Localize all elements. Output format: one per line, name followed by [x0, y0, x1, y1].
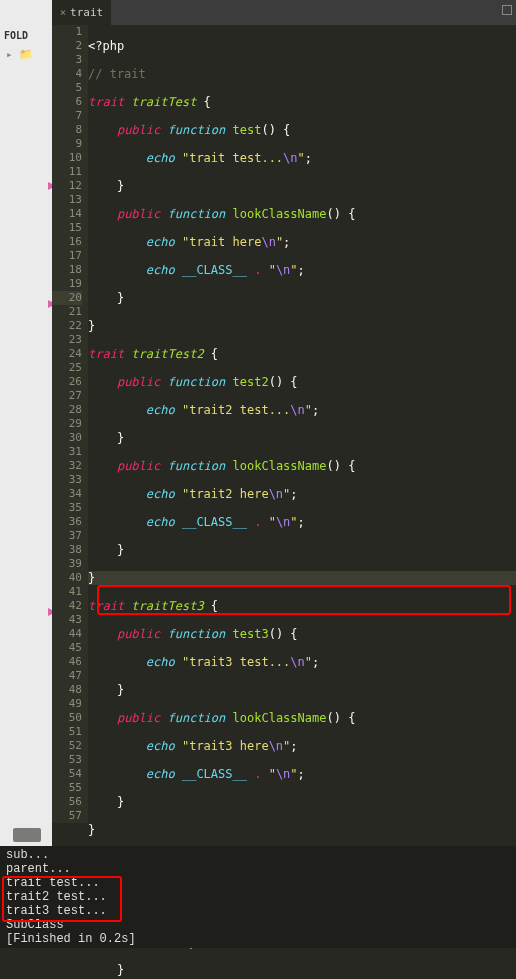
output-line: parent...	[6, 862, 510, 876]
line-number: 51	[52, 725, 82, 739]
line-number: 13	[52, 193, 82, 207]
line-number: 4	[52, 67, 82, 81]
output-line: trait2 test...	[6, 890, 510, 904]
line-number: 34	[52, 487, 82, 501]
line-number: 53	[52, 753, 82, 767]
line-number: 23	[52, 333, 82, 347]
line-number: 11	[52, 165, 82, 179]
line-number: 41	[52, 585, 82, 599]
line-number: 14	[52, 207, 82, 221]
line-number: 37	[52, 529, 82, 543]
line-number: 40	[52, 571, 82, 585]
line-number: 44	[52, 627, 82, 641]
line-number: 1	[52, 25, 82, 39]
folder-icon[interactable]: ▸ 📁	[0, 46, 52, 63]
folder-col-top	[0, 0, 52, 25]
output-line: trait3 test...	[6, 904, 510, 918]
sidebar-heading: FOLD	[0, 25, 52, 46]
tab-bar: ×trait	[52, 0, 516, 25]
output-line: trait test...	[6, 876, 510, 890]
scrollbar-thumb[interactable]	[13, 828, 41, 842]
line-number: 25	[52, 361, 82, 375]
output-panel: sub... parent... trait test... trait2 te…	[0, 846, 516, 948]
line-number: 42	[52, 599, 82, 613]
line-number: 27	[52, 389, 82, 403]
line-number: 52	[52, 739, 82, 753]
line-number: 35	[52, 501, 82, 515]
line-number: 15	[52, 221, 82, 235]
line-number: 45	[52, 641, 82, 655]
line-number: 32	[52, 459, 82, 473]
line-number: 20	[52, 291, 82, 305]
line-number: 43	[52, 613, 82, 627]
tab-label: trait	[70, 6, 103, 19]
line-number: 17	[52, 249, 82, 263]
line-number: 3	[52, 53, 82, 67]
line-number: 21	[52, 305, 82, 319]
line-number: 29	[52, 417, 82, 431]
line-number: 56	[52, 795, 82, 809]
line-number: 10	[52, 151, 82, 165]
line-number: 7	[52, 109, 82, 123]
line-number: 30	[52, 431, 82, 445]
close-icon[interactable]: ×	[60, 7, 66, 18]
line-number: 55	[52, 781, 82, 795]
line-gutter: 1 2 3 4 5 6 7 8 9 10 11 12 13 14 15 16 1…	[52, 25, 88, 823]
line-number: 46	[52, 655, 82, 669]
window-control-icon[interactable]	[502, 5, 512, 15]
line-number: 16	[52, 235, 82, 249]
line-number: 28	[52, 403, 82, 417]
line-number: 18	[52, 263, 82, 277]
line-number: 6	[52, 95, 82, 109]
line-number: 36	[52, 515, 82, 529]
line-number: 24	[52, 347, 82, 361]
sidebar: FOLD ▸ 📁	[0, 25, 52, 846]
line-number: 5	[52, 81, 82, 95]
line-number: 12	[52, 179, 82, 193]
line-number: 22	[52, 319, 82, 333]
line-number: 47	[52, 669, 82, 683]
line-number: 39	[52, 557, 82, 571]
line-number: 8	[52, 123, 82, 137]
line-number: 48	[52, 683, 82, 697]
output-line: [Finished in 0.2s]	[6, 932, 510, 946]
line-number: 57	[52, 809, 82, 823]
line-number: 49	[52, 697, 82, 711]
line-number: 26	[52, 375, 82, 389]
line-number: 31	[52, 445, 82, 459]
output-line: SubClass	[6, 918, 510, 932]
line-number: 38	[52, 543, 82, 557]
line-number: 54	[52, 767, 82, 781]
code-editor[interactable]: <?php // trait trait traitTest { public …	[88, 25, 516, 979]
line-number: 2	[52, 39, 82, 53]
line-number: 33	[52, 473, 82, 487]
tab-trait[interactable]: ×trait	[52, 0, 111, 25]
line-number: 9	[52, 137, 82, 151]
output-line: sub...	[6, 848, 510, 862]
line-number: 50	[52, 711, 82, 725]
line-number: 19	[52, 277, 82, 291]
